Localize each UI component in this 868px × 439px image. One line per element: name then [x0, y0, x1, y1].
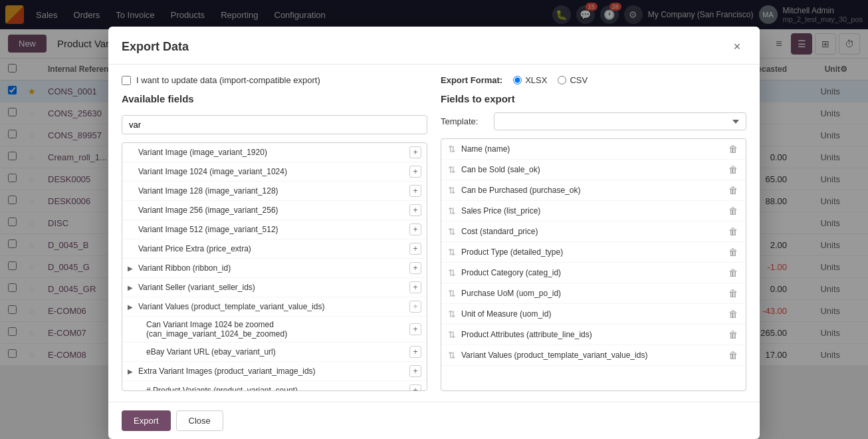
export-field-item[interactable]: ⇅ Sales Price (list_price) 🗑	[441, 201, 746, 221]
export-field-item[interactable]: ⇅ Product Category (categ_id) 🗑	[441, 263, 746, 283]
field-expand-icon[interactable]: ▶	[128, 303, 136, 311]
field-add-button[interactable]: +	[409, 301, 421, 313]
field-delete-button[interactable]: 🗑	[727, 329, 739, 341]
field-add-button[interactable]: +	[409, 146, 421, 158]
field-label: Variant Image 512 (image_variant_512)	[138, 225, 407, 234]
export-field-item[interactable]: ⇅ Purchase UoM (uom_po_id) 🗑	[441, 283, 746, 304]
field-add-button[interactable]: +	[409, 281, 421, 293]
field-add-button[interactable]: +	[409, 243, 421, 255]
fields-to-export-title: Fields to export	[441, 93, 746, 104]
modal-header: Export Data ×	[108, 27, 760, 65]
field-label: Variant Price Extra (price_extra)	[138, 244, 407, 253]
export-field-item[interactable]: ⇅ Product Attributes (attribute_line_ids…	[441, 325, 746, 345]
import-compatible-label: I want to update data (import-compatible…	[136, 75, 320, 85]
modal-title: Export Data	[122, 40, 189, 54]
xlsx-label: XLSX	[525, 75, 547, 85]
export-field-label: Purchase UoM (uom_po_id)	[461, 289, 722, 298]
export-field-label: Variant Values (product_template_variant…	[461, 351, 722, 360]
drag-handle-icon[interactable]: ⇅	[448, 226, 456, 237]
drag-handle-icon[interactable]: ⇅	[448, 309, 456, 319]
export-field-label: Can be Sold (sale_ok)	[461, 165, 722, 174]
field-item[interactable]: ▶ Variant Ribbon (ribbon_id) +	[122, 259, 427, 278]
field-add-button[interactable]: +	[409, 262, 421, 274]
field-delete-button[interactable]: 🗑	[727, 205, 739, 217]
drag-handle-icon[interactable]: ⇅	[448, 267, 456, 278]
field-label: eBay Variant URL (ebay_variant_url)	[146, 347, 407, 357]
field-item[interactable]: Variant Image 512 (image_variant_512) +	[122, 220, 427, 239]
field-add-button[interactable]: +	[409, 166, 421, 178]
drag-handle-icon[interactable]: ⇅	[448, 164, 456, 175]
field-item[interactable]: Variant Image (image_variant_1920) +	[122, 143, 427, 162]
export-field-item[interactable]: ⇅ Variant Values (product_template_varia…	[441, 345, 746, 366]
available-fields-list: Variant Image (image_variant_1920) + Var…	[122, 142, 427, 366]
export-fields-list: ⇅ Name (name) 🗑 ⇅ Can be Sold (sale_ok) …	[441, 138, 746, 366]
xlsx-option[interactable]: XLSX	[513, 75, 547, 85]
drag-handle-icon[interactable]: ⇅	[448, 185, 456, 196]
drag-handle-icon[interactable]: ⇅	[448, 350, 456, 361]
field-delete-button[interactable]: 🗑	[727, 184, 739, 196]
xlsx-radio[interactable]	[513, 76, 522, 84]
export-field-label: Sales Price (list_price)	[461, 206, 722, 216]
field-delete-button[interactable]: 🗑	[727, 308, 739, 320]
template-select[interactable]	[494, 112, 746, 130]
drag-handle-icon[interactable]: ⇅	[448, 144, 456, 154]
modal-close-button[interactable]: ×	[728, 37, 746, 56]
export-field-label: Can be Purchased (purchase_ok)	[461, 186, 722, 195]
field-add-button[interactable]: +	[409, 204, 421, 216]
field-item[interactable]: Can Variant Image 1024 be zoomed (can_im…	[122, 317, 427, 343]
export-format-row: Export Format: XLSX CSV	[441, 75, 746, 85]
field-add-button[interactable]: +	[409, 346, 421, 358]
field-item[interactable]: Variant Image 1024 (image_variant_1024) …	[122, 162, 427, 182]
field-search-input[interactable]	[122, 115, 427, 134]
export-field-item[interactable]: ⇅ Name (name) 🗑	[441, 139, 746, 160]
export-field-item[interactable]: ⇅ Product Type (detailed_type) 🗑	[441, 242, 746, 263]
modal-overlay[interactable]: Export Data × I want to update data (imp…	[0, 0, 868, 366]
export-format-label: Export Format:	[441, 75, 502, 85]
field-item[interactable]: ▶ Extra Variant Images (product_variant_…	[122, 362, 427, 366]
field-add-button[interactable]: +	[409, 185, 421, 197]
import-compatible-checkbox[interactable]	[122, 76, 131, 85]
field-item[interactable]: Variant Image 256 (image_variant_256) +	[122, 201, 427, 220]
field-item[interactable]: Variant Price Extra (price_extra) +	[122, 239, 427, 259]
field-delete-button[interactable]: 🗑	[727, 287, 739, 299]
export-field-item[interactable]: ⇅ Cost (standard_price) 🗑	[441, 221, 746, 242]
field-delete-button[interactable]: 🗑	[727, 246, 739, 258]
modal-right-panel: Export Format: XLSX CSV Fields to export…	[441, 75, 746, 366]
export-field-label: Unit of Measure (uom_id)	[461, 309, 722, 319]
drag-handle-icon[interactable]: ⇅	[448, 206, 456, 216]
template-label: Template:	[441, 116, 487, 126]
import-compatible-row: I want to update data (import-compatible…	[122, 75, 427, 85]
export-field-item[interactable]: ⇅ Can be Sold (sale_ok) 🗑	[441, 160, 746, 180]
field-delete-button[interactable]: 🗑	[727, 164, 739, 176]
field-delete-button[interactable]: 🗑	[727, 225, 739, 237]
export-field-item[interactable]: ⇅ Unit of Measure (uom_id) 🗑	[441, 304, 746, 325]
field-delete-button[interactable]: 🗑	[727, 143, 739, 155]
modal-left-panel: I want to update data (import-compatible…	[122, 75, 427, 366]
field-delete-button[interactable]: 🗑	[727, 349, 739, 361]
field-label: Variant Image 1024 (image_variant_1024)	[138, 167, 407, 176]
field-label: Variant Ribbon (ribbon_id)	[138, 263, 407, 273]
field-item[interactable]: ▶ Variant Values (product_template_varia…	[122, 297, 427, 317]
field-item[interactable]: ▶ Variant Seller (variant_seller_ids) +	[122, 278, 427, 297]
drag-handle-icon[interactable]: ⇅	[448, 329, 456, 340]
field-add-button[interactable]: +	[409, 323, 421, 335]
drag-handle-icon[interactable]: ⇅	[448, 288, 456, 299]
field-label: Variant Image (image_variant_1920)	[138, 148, 407, 157]
available-fields-title: Available fields	[122, 93, 427, 104]
export-field-label: Product Type (detailed_type)	[461, 247, 722, 257]
field-expand-icon[interactable]: ▶	[128, 284, 136, 291]
field-delete-button[interactable]: 🗑	[727, 267, 739, 279]
field-add-button[interactable]: +	[409, 223, 421, 235]
field-item[interactable]: Variant Image 128 (image_variant_128) +	[122, 182, 427, 201]
field-add-button[interactable]: +	[409, 365, 421, 366]
export-dialog: Export Data × I want to update data (imp…	[108, 27, 760, 366]
export-field-label: Name (name)	[461, 144, 722, 154]
csv-option[interactable]: CSV	[558, 75, 588, 85]
csv-label: CSV	[570, 75, 588, 85]
field-item[interactable]: eBay Variant URL (ebay_variant_url) +	[122, 343, 427, 362]
field-expand-icon[interactable]: ▶	[128, 265, 136, 272]
csv-radio[interactable]	[558, 76, 566, 84]
export-field-item[interactable]: ⇅ Can be Purchased (purchase_ok) 🗑	[441, 180, 746, 201]
drag-handle-icon[interactable]: ⇅	[448, 247, 456, 257]
export-field-label: Product Attributes (attribute_line_ids)	[461, 330, 722, 339]
